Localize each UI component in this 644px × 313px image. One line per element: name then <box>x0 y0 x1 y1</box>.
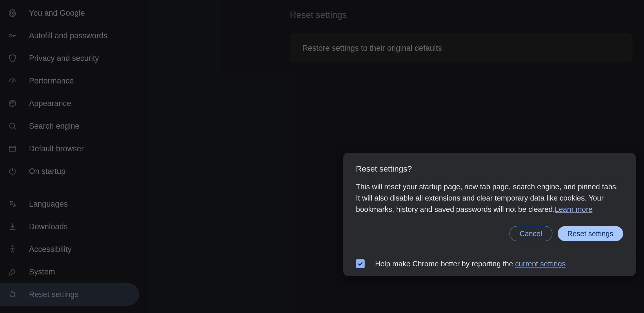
learn-more-link[interactable]: Learn more <box>555 205 592 213</box>
report-settings-label: Help make Chrome better by reporting the… <box>375 260 566 268</box>
reset-settings-dialog: Reset settings? This will reset your sta… <box>343 153 636 276</box>
dialog-footer: Help make Chrome better by reporting the… <box>343 251 636 276</box>
reset-settings-button[interactable]: Reset settings <box>558 226 623 241</box>
cancel-button[interactable]: Cancel <box>510 226 552 241</box>
dialog-body: Reset settings? This will reset your sta… <box>343 153 636 251</box>
dialog-buttons: Cancel Reset settings <box>356 226 623 241</box>
dialog-description: This will reset your startup page, new t… <box>356 181 623 215</box>
report-settings-text: Help make Chrome better by reporting the <box>375 260 515 268</box>
current-settings-link[interactable]: current settings <box>515 260 565 268</box>
dialog-title: Reset settings? <box>356 164 623 174</box>
report-settings-checkbox[interactable] <box>356 259 365 268</box>
